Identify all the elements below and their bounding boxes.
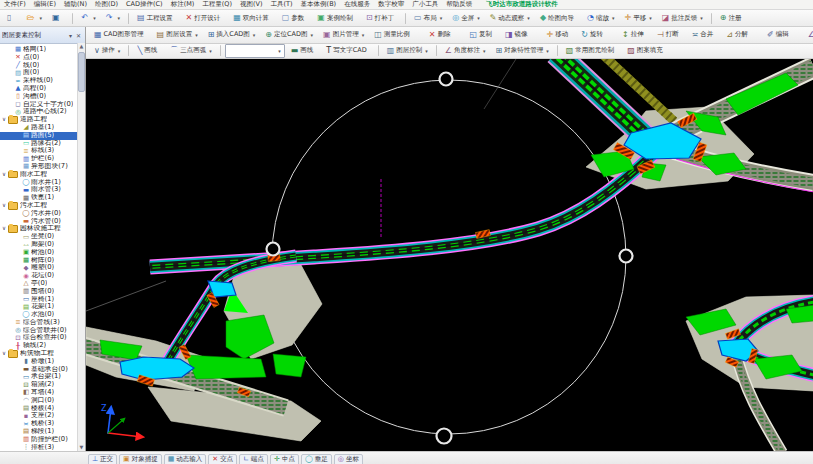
tree-item[interactable]: ∨ 园林设施工程	[0, 225, 85, 233]
snap-toggle-button[interactable]: ◯ 垂足	[301, 454, 332, 464]
toolbar-button[interactable]: ◱ 复制	[465, 28, 499, 41]
tree-item[interactable]: ◧ 耳墙(4)	[0, 389, 85, 397]
menu-item[interactable]: 在线服务	[340, 0, 374, 9]
tree-item[interactable]: ▨ 面(0)	[0, 69, 85, 77]
toolbar-button[interactable]: ⊞ 插入CAD图 ▾	[204, 28, 260, 41]
menu-item[interactable]: 辅助(N)	[60, 0, 91, 9]
tree-item[interactable]: ⋮ 排桩(3)	[0, 444, 85, 451]
tree-item[interactable]: ▯ 沟槽(0)	[0, 93, 85, 101]
tree-item[interactable]: ▭ 座椅(1)	[0, 296, 85, 304]
tree-item[interactable]: ▦ 树阵(0)	[0, 257, 85, 265]
toolbar-button[interactable]: ↶ ▾	[77, 12, 99, 24]
tree-item[interactable]: ◠ 洞口(0)	[0, 397, 85, 405]
scrollbar-thumb[interactable]	[78, 52, 85, 92]
toolbar-button[interactable]: ⊿ 分解	[722, 28, 755, 41]
toolbar-button[interactable]: ◆ 绘图向导	[536, 12, 581, 25]
toolbar-button[interactable]: ⊕ 定位CAD图 ▾	[261, 28, 317, 41]
toolbar-button[interactable]: ▣ 图片管理 ▾	[319, 28, 368, 41]
toolbar-button[interactable]: ▦ CAD图形管理	[90, 28, 151, 41]
tree-item[interactable]: ╱ 线(0)	[0, 62, 85, 70]
toolbar-button[interactable]: ◎ 全屏 ▾	[448, 12, 484, 25]
tree-item[interactable]: ▮ 桥墩(1)	[0, 358, 85, 366]
tree-item[interactable]: ⊡ 综合检查井(0)	[0, 334, 85, 342]
tree-item[interactable]: ▥ 防撞护栏(0)	[0, 436, 85, 444]
toolbar-button[interactable]: ◫ 测量比例	[370, 28, 417, 41]
menu-item[interactable]: 工程量(Q)	[198, 0, 236, 9]
toolbar-button[interactable]: ✛ 移动	[543, 28, 576, 41]
menu-item[interactable]: 帮助反馈	[442, 0, 476, 9]
tree-item[interactable]: ≈ 采样线(0)	[0, 77, 85, 85]
toolbar-button[interactable]: 🗁 ▾	[22, 12, 46, 24]
toolbar-button[interactable]: ▣ 案例绘制	[313, 12, 360, 25]
tree-item[interactable]: ≡ 标线(3)	[0, 147, 85, 155]
tree-item[interactable]: ▣ 树池(0)	[0, 249, 85, 257]
toolbar-button[interactable]: ∠ 设置夹点	[804, 28, 813, 41]
tree-item[interactable]: ∨ 构筑物工程	[0, 350, 85, 358]
toolbar-button[interactable]: ▾	[225, 44, 285, 58]
tree-item[interactable]: ▤ 梯段(1)	[0, 428, 85, 436]
snap-toggle-button[interactable]: ▣ 对象捕捉	[119, 454, 162, 464]
menu-item[interactable]: 工具(T)	[267, 0, 297, 9]
menu-item[interactable]: 广小工具	[408, 0, 442, 9]
tree-item[interactable]: ▬ 基础承台(0)	[0, 366, 85, 374]
toolbar-button[interactable]: ✛ 平移 ▾	[621, 12, 656, 25]
tree-item[interactable]: ⊟ 箱涵(2)	[0, 381, 85, 389]
menu-item[interactable]: CAD操作(C)	[122, 0, 167, 9]
tree-item[interactable]: ◎ 综合管联井(0)	[0, 327, 85, 335]
tree-item[interactable]: ◢ 路基(1)	[0, 124, 85, 132]
tree-item[interactable]: ≡ 综合管线(3)	[0, 319, 85, 327]
toolbar-button[interactable]	[711, 13, 712, 24]
toolbar-button[interactable]: ▨ 图案填充	[623, 44, 670, 57]
tree-item[interactable]: ▲ 高程(0)	[0, 85, 85, 93]
toolbar-button[interactable]: ▦ 双向计算	[229, 12, 276, 25]
pin-icon[interactable]: ▾	[67, 32, 74, 39]
toolbar-button[interactable]: ⊞ 对象特性管理 ▾	[491, 44, 552, 57]
toolbar-button[interactable]: ▢ 参数	[278, 12, 312, 25]
scroll-down-icon[interactable]: ▼	[80, 444, 84, 451]
close-icon[interactable]: ✕	[74, 32, 83, 39]
toolbar-button[interactable]	[378, 45, 379, 56]
tree-scrollbar[interactable]: ▲ ▼	[77, 43, 85, 451]
toolbar-button[interactable]: ▧ 常用图元绘制	[562, 44, 622, 57]
tree-item[interactable]: ▥ 护栏(6)	[0, 155, 85, 163]
toolbar-button[interactable]: ⌒ 三点画弧 ▾	[166, 44, 216, 57]
drawing-canvas[interactable]: Z	[86, 59, 813, 451]
toolbar-button[interactable]: ▤ 工程设置	[133, 12, 180, 25]
toolbar-button[interactable]: ⊕ 注册	[716, 12, 749, 25]
toolbar-button[interactable]: ⊡ 打补丁	[362, 12, 401, 25]
toolbar-button[interactable]	[128, 13, 129, 24]
tree-item[interactable]: ∨ 道路工程	[0, 116, 85, 124]
toolbar-button[interactable]: ▤ 图层设置 ▾	[153, 28, 202, 41]
tree-item[interactable]: ◉ 花坛(0)	[0, 272, 85, 280]
tree-item[interactable]: ◯ 雨水井(1)	[0, 179, 85, 187]
toolbar-button[interactable]: ✐ 编辑	[763, 28, 796, 41]
toolbar-button[interactable]	[220, 45, 221, 56]
tree-item[interactable]: ▤ 花架(1)	[0, 303, 85, 311]
tree-item[interactable]: ▭ 承台梁(1)	[0, 373, 85, 381]
tree-item[interactable]: ▬ 雨水管(3)	[0, 186, 85, 194]
snap-toggle-button[interactable]: ∟ 端点	[239, 454, 268, 464]
toolbar-button[interactable]: ▯	[3, 12, 20, 24]
toolbar-button[interactable]: ✕ 打开设计	[181, 12, 227, 25]
toolbar-button[interactable]: ∨ 操作 ▾	[90, 44, 124, 57]
tree-item[interactable]: ▭ 路缘石(2)	[0, 140, 85, 148]
toolbar-button[interactable]: ▬ 画线	[287, 44, 321, 57]
toolbar-button[interactable]	[128, 45, 129, 56]
toolbar-button[interactable]: ✕ 删除	[425, 28, 458, 41]
tree-item[interactable]: △ 亭(0)	[0, 280, 85, 288]
menu-item[interactable]: 标注(M)	[167, 0, 199, 9]
toolbar-button[interactable]	[405, 13, 406, 24]
toolbar-button[interactable]: ◪ 批注反馈 ▾	[658, 12, 707, 25]
toolbar-button[interactable]: ↻ 旋转	[577, 28, 610, 41]
menu-item[interactable]: 编辑(E)	[30, 0, 60, 9]
snap-toggle-button[interactable]: ⊥ 正交	[88, 454, 117, 464]
tree-item[interactable]: ◯ 水池(0)	[0, 311, 85, 319]
tree-item[interactable]: ◆ 雕塑(0)	[0, 264, 85, 272]
toolbar-button[interactable]: ∠ 角度标注 ▾	[441, 44, 490, 57]
snap-toggle-button[interactable]: ▦ 动态输入	[164, 454, 207, 464]
menu-item[interactable]: 文件(F)	[0, 0, 30, 9]
menu-item[interactable]: 视图(V)	[236, 0, 267, 9]
menu-item[interactable]: 数字校审	[374, 0, 408, 9]
toolbar-button[interactable]: ↕ 拉伸	[618, 28, 651, 41]
tree-item[interactable]: ⌓ 廊架(0)	[0, 241, 85, 249]
